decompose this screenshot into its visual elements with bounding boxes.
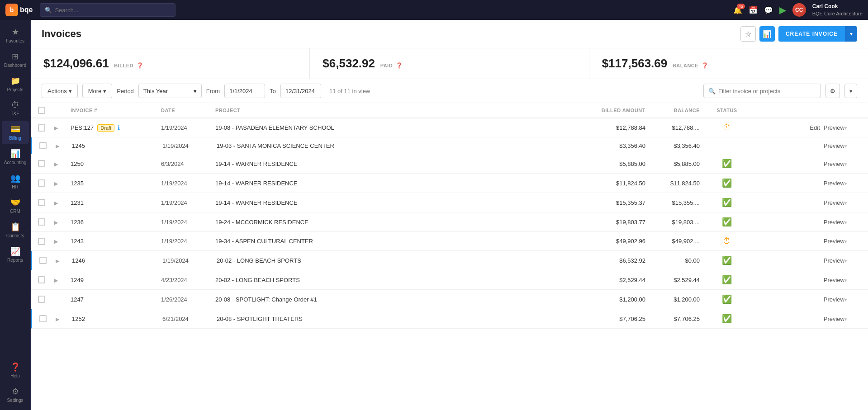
table-row[interactable]: ▶ 1250 6/3/2024 19-14 - WARNER RESIDENCE… xyxy=(31,154,868,174)
avatar[interactable]: CC xyxy=(792,3,806,17)
table-row[interactable]: ▶ 1252 6/21/2024 20-08 - SPOTLIGHT THEAT… xyxy=(31,309,868,329)
row-checkbox[interactable] xyxy=(38,218,45,226)
help-icon: ❓ xyxy=(10,362,20,372)
row-expand-arrow[interactable]: ▾ xyxy=(844,316,847,322)
calendar-icon[interactable]: 📅 xyxy=(749,6,758,14)
expand-icon[interactable]: ▶ xyxy=(56,316,59,322)
star-button[interactable]: ☆ xyxy=(740,26,756,42)
sidebar-item-te[interactable]: ⏱ T&E xyxy=(2,97,29,120)
search-input[interactable] xyxy=(55,7,171,14)
row-expand-arrow[interactable]: ▾ xyxy=(844,239,847,244)
preview-link[interactable]: Preview xyxy=(824,160,844,167)
row-checkbox[interactable] xyxy=(38,238,45,245)
period-select[interactable]: This Year ▾ xyxy=(138,84,202,98)
sidebar-item-crm[interactable]: 🤝 CRM xyxy=(2,194,29,217)
preview-link[interactable]: Preview xyxy=(824,238,844,245)
paid-help[interactable]: ❓ xyxy=(396,62,403,69)
select-all-checkbox[interactable] xyxy=(38,107,45,114)
row-expand-arrow[interactable]: ▾ xyxy=(844,278,847,283)
expand-icon[interactable]: ▶ xyxy=(56,258,59,264)
dashboard-icon: ⊞ xyxy=(12,52,19,61)
sidebar-item-contacts[interactable]: 📋 Contacts xyxy=(2,218,29,242)
table-row[interactable]: ▶ 1249 4/23/2024 20-02 - LONG BEACH SPOR… xyxy=(31,270,868,290)
preview-link[interactable]: Preview xyxy=(824,124,844,131)
expand-icon[interactable]: ▶ xyxy=(54,161,58,167)
preview-link[interactable]: Preview xyxy=(824,257,844,264)
sidebar-item-help[interactable]: ❓ Help xyxy=(2,358,29,382)
row-checkbox[interactable] xyxy=(38,124,45,132)
preview-link[interactable]: Preview xyxy=(824,316,844,322)
row-checkbox[interactable] xyxy=(39,257,47,264)
search-bar[interactable]: 🔍 xyxy=(40,3,175,17)
expand-icon[interactable]: ▶ xyxy=(54,125,58,131)
from-label: From xyxy=(206,88,220,94)
filter-arrow-button[interactable]: ▾ xyxy=(844,84,857,98)
row-expand-arrow[interactable]: ▾ xyxy=(844,143,847,149)
table-row[interactable]: ▶ 1245 1/19/2024 19-03 - SANTA MONICA SC… xyxy=(31,137,868,154)
balance-help[interactable]: ❓ xyxy=(702,62,708,69)
sidebar-item-projects[interactable]: 📁 Projects xyxy=(2,72,29,96)
row-checkbox[interactable] xyxy=(38,296,45,303)
table-row[interactable]: ▶ 1231 1/19/2024 19-14 - WARNER RESIDENC… xyxy=(31,193,868,212)
expand-icon[interactable]: ▶ xyxy=(56,143,59,149)
row-expand-arrow[interactable]: ▾ xyxy=(844,125,847,131)
preview-link[interactable]: Preview xyxy=(824,142,844,149)
billed-help[interactable]: ❓ xyxy=(137,62,143,69)
sidebar-item-hr[interactable]: 👥 HR xyxy=(2,170,29,193)
create-invoice-button[interactable]: CREATE INVOICE xyxy=(778,26,845,42)
status-icon-check: ✅ xyxy=(722,314,732,324)
actions-button[interactable]: Actions ▾ xyxy=(42,84,78,98)
expand-icon[interactable]: ▶ xyxy=(54,278,58,283)
search-filter[interactable]: 🔍 xyxy=(703,84,821,98)
filter-input[interactable] xyxy=(718,88,816,94)
table-row[interactable]: ▶ 1243 1/19/2024 19-34 - ASPEN CULTURAL … xyxy=(31,232,868,251)
row-expand-arrow[interactable]: ▾ xyxy=(844,220,847,225)
row-checkbox[interactable] xyxy=(38,179,45,187)
header-checkbox-cell xyxy=(38,107,54,114)
sidebar-item-favorites[interactable]: ★ Favorites xyxy=(2,24,29,47)
preview-link[interactable]: Preview xyxy=(824,219,844,226)
expand-icon[interactable]: ▶ xyxy=(54,239,58,244)
row-expand-arrow[interactable]: ▾ xyxy=(844,161,847,167)
preview-link[interactable]: Preview xyxy=(824,277,844,283)
notifications-icon[interactable]: 🔔 45 xyxy=(733,6,742,14)
from-date-input[interactable] xyxy=(224,84,265,98)
row-expand-arrow[interactable]: ▾ xyxy=(844,181,847,186)
sidebar-item-settings[interactable]: ⚙ Settings xyxy=(2,383,29,406)
row-checkbox[interactable] xyxy=(38,276,45,283)
filter-icon-button[interactable]: ⚙ xyxy=(825,84,840,98)
expand-icon[interactable]: ▶ xyxy=(54,200,58,206)
row-checkbox[interactable] xyxy=(39,315,47,322)
chart-button[interactable]: 📊 xyxy=(759,26,775,42)
chat-icon[interactable]: 💬 xyxy=(764,6,773,14)
info-icon[interactable]: ℹ xyxy=(118,124,120,131)
sidebar-item-reports[interactable]: 📈 Reports xyxy=(2,243,29,266)
create-invoice-dropdown[interactable]: ▾ xyxy=(845,26,857,42)
sidebar-item-dashboard[interactable]: ⊞ Dashboard xyxy=(2,48,29,71)
preview-link[interactable]: Preview xyxy=(824,180,844,187)
table-row[interactable]: ▶ PES:127 Draft ℹ 1/19/2024 19-08 - PASA… xyxy=(31,118,868,137)
edit-link[interactable]: Edit xyxy=(810,124,820,131)
logo[interactable]: b bqe xyxy=(5,4,33,16)
row-checkbox[interactable] xyxy=(39,142,47,149)
table-row[interactable]: 1247 1/26/2024 20-08 - SPOTLIGHT: Change… xyxy=(31,290,868,309)
play-icon[interactable]: ▶ xyxy=(779,5,786,15)
row-expand-arrow[interactable]: ▾ xyxy=(844,258,847,264)
to-date-input[interactable] xyxy=(280,84,321,98)
table-row[interactable]: ▶ 1235 1/19/2024 19-14 - WARNER RESIDENC… xyxy=(31,174,868,193)
more-button[interactable]: More ▾ xyxy=(82,84,113,98)
preview-link[interactable]: Preview xyxy=(824,296,844,303)
preview-link[interactable]: Preview xyxy=(824,199,844,206)
expand-icon[interactable]: ▶ xyxy=(54,220,58,225)
row-expand-arrow[interactable]: ▾ xyxy=(844,297,847,302)
row-checkbox[interactable] xyxy=(38,160,45,167)
table-row[interactable]: ▶ 1246 1/19/2024 20-02 - LONG BEACH SPOR… xyxy=(31,251,868,270)
amount-cell: $11,824.50 xyxy=(587,180,645,187)
row-checkbox[interactable] xyxy=(38,199,45,206)
sidebar-item-billing[interactable]: 💳 Billing xyxy=(2,121,29,144)
expand-icon[interactable]: ▶ xyxy=(54,181,58,186)
table-row[interactable]: ▶ 1236 1/19/2024 19-24 - MCCORMICK RESID… xyxy=(31,212,868,232)
user-info[interactable]: Carl Cook BQE Core Architecture xyxy=(812,3,863,17)
sidebar-item-accounting[interactable]: 📊 Accounting xyxy=(2,145,29,169)
row-expand-arrow[interactable]: ▾ xyxy=(844,200,847,206)
